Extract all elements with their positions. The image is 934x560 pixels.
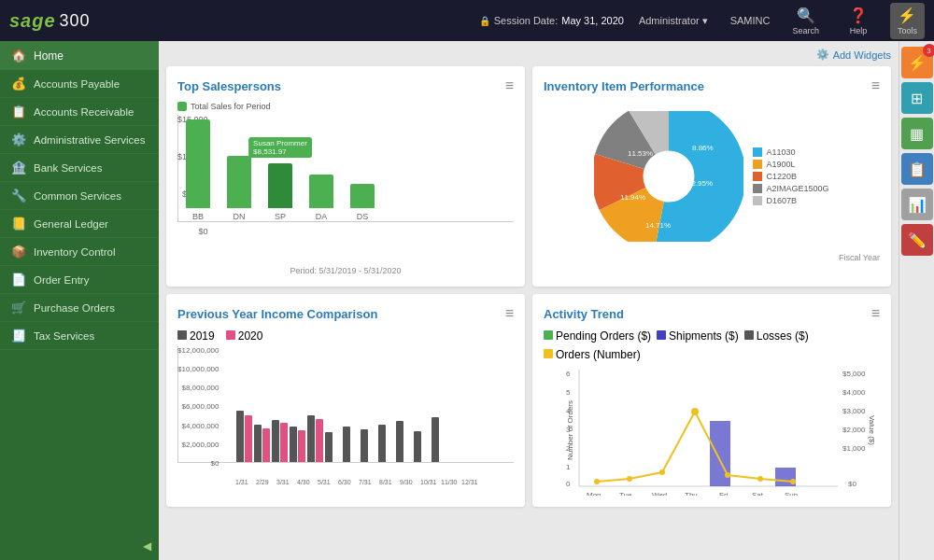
bar-DA-fill[interactable] [309,175,333,208]
income-legend: 2019 2020 [177,329,514,343]
lightning-icon: ⚡ [908,54,927,72]
widget-title-salespersons: Top Salespersons [177,79,281,93]
tools-button[interactable]: ⚡ Tools [890,3,925,39]
svg-text:$1,000: $1,000 [842,444,866,453]
app-header: sage 300 🔒 Session Date: May 31, 2020 Ad… [0,0,934,41]
salespersons-legend: Total Sales for Period [177,102,514,111]
sidebar-item-accounts-receivable[interactable]: 📋 Accounts Receivable [0,98,159,126]
bar-SP-fill[interactable] [268,163,292,208]
tool-button-4[interactable]: 📋 [901,153,933,185]
user-menu[interactable]: Administrator ▾ [639,15,708,27]
svg-text:11.94%: 11.94% [620,193,645,202]
widget-activity-trend: Activity Trend ≡ Pending Orders ($) Ship… [532,294,891,507]
widget-title-inventory: Inventory Item Performance [544,79,704,93]
bar-SP: Susan Prommer$8,531.97 SP [268,163,292,221]
add-widgets-bar: ⚙️ Add Widgets [166,49,891,61]
income-x-labels: 1/31 2/29 3/31 4/30 5/31 6/30 7/31 8/31 … [177,479,514,485]
legend-item-A1900L: A1900L [753,160,828,169]
main-layout: 🏠 Home 💰 Accounts Payable 📋 Accounts Rec… [0,41,934,560]
sidebar-item-bank-services[interactable]: 🏦 Bank Services [0,154,159,182]
svg-text:52.95%: 52.95% [687,179,713,188]
bar-DS: DS [350,184,375,221]
pie-chart: 8.86% 11.53% 11.94% 14.71% 52.95% [594,111,743,242]
legend-item-A2IMAGE: A2IMAGE1500G [753,184,828,193]
svg-text:11.53%: 11.53% [628,149,653,158]
activity-y-right-label: Value ($) [869,415,877,445]
sidebar-item-order-entry[interactable]: 📄 Order Entry [0,266,159,294]
bar-tooltip-SP: Susan Prommer$8,531.97 [248,137,312,158]
accounts-receivable-icon: 📋 [11,105,26,119]
widget-menu-inventory[interactable]: ≡ [871,77,880,94]
svg-point-28 [627,476,632,482]
gear-icon: ⚙️ [816,49,829,61]
copy-icon: ⊞ [911,90,923,107]
help-button[interactable]: ❓ Help [842,3,875,39]
tool-button-5[interactable]: 📊 [901,189,933,220]
pie-svg: 8.86% 11.53% 11.94% 14.71% 52.95% [594,111,743,242]
tool-button-1[interactable]: ⚡ 3 [901,47,933,78]
activity-legend: Pending Orders ($) Shipments ($) Losses … [544,329,880,361]
order-entry-icon: 📄 [11,273,26,287]
sidebar-item-administrative-services[interactable]: ⚙️ Administrative Services [0,126,159,154]
dashboard-content: ⚙️ Add Widgets Top Salespersons ≡ Total [159,41,899,560]
add-widgets-button[interactable]: ⚙️ Add Widgets [816,49,891,61]
home-icon: 🏠 [11,49,26,63]
legend-item-C1220B: C1220B [753,172,828,181]
pie-subtitle: Fiscal Year [544,253,880,262]
sidebar-item-home[interactable]: 🏠 Home [0,41,159,70]
common-services-icon: 🔧 [11,189,26,203]
svg-text:Fri: Fri [719,491,729,496]
bar-DN-fill[interactable] [227,156,251,208]
sidebar-item-inventory-control[interactable]: 📦 Inventory Control [0,238,159,266]
income-chart: $12,000,000 $10,000,000 $8,000,000 $6,00… [177,346,514,477]
tool-button-6[interactable]: ✏️ [901,224,933,256]
svg-text:0: 0 [566,480,571,488]
doc-icon: 📋 [908,161,927,178]
activity-y-left-label: Number of Orders [566,400,574,460]
widget-menu-income[interactable]: ≡ [505,305,514,322]
bar-DS-fill[interactable] [350,184,375,208]
bar-BB: BB [186,119,210,221]
sidebar-item-common-services[interactable]: 🔧 Common Services [0,182,159,210]
widget-header-income: Previous Year Income Comparison ≡ [177,305,514,322]
svg-text:14.71%: 14.71% [645,221,671,230]
sidebar-item-tax-services[interactable]: 🧾 Tax Services [0,322,159,350]
widget-title-income: Previous Year Income Comparison [177,307,377,321]
tools-icon: ⚡ [898,7,916,24]
sidebar-collapse-button[interactable]: ◀ [0,532,159,560]
sidebar-item-general-ledger[interactable]: 📒 General Ledger [0,210,159,238]
sidebar-item-purchase-orders[interactable]: 🛒 Purchase Orders [0,294,159,322]
svg-text:$4,000: $4,000 [842,388,866,397]
legend-item-A11030: A11030 [753,147,828,157]
session-info: 🔒 Session Date: May 31, 2020 [479,15,624,26]
widget-title-activity: Activity Trend [544,307,624,321]
svg-text:$3,000: $3,000 [842,407,866,415]
widget-income-comparison: Previous Year Income Comparison ≡ 2019 2… [166,294,525,507]
tool-button-3[interactable]: ▦ [901,118,933,149]
administrative-services-icon: ⚙️ [11,133,26,147]
legend-item-D1607B: D1607B [753,196,828,205]
pie-chart-container: 8.86% 11.53% 11.94% 14.71% 52.95% [544,102,880,251]
tool-button-2[interactable]: ⊞ [901,82,933,114]
widget-menu-salespersons[interactable]: ≡ [505,77,514,94]
svg-text:$0: $0 [848,480,856,488]
bar-DA: DA [309,175,333,221]
chart-icon: 📊 [908,196,927,214]
notification-badge: 3 [923,44,935,57]
widgets-grid: Top Salespersons ≡ Total Sales for Perio… [166,66,891,507]
widget-header-activity: Activity Trend ≡ [544,305,880,322]
edit-icon: ✏️ [908,231,927,249]
svg-text:Tue: Tue [619,491,632,496]
widget-menu-activity[interactable]: ≡ [871,305,880,322]
svg-text:$5,000: $5,000 [842,370,866,378]
svg-text:Sun: Sun [785,491,798,496]
widget-header-inventory: Inventory Item Performance ≡ [544,77,880,94]
sidebar-item-accounts-payable[interactable]: 💰 Accounts Payable [0,70,159,98]
lock-icon: 🔒 [479,16,490,26]
widget-header-salespersons: Top Salespersons ≡ [177,77,514,94]
grid-icon: ▦ [910,125,924,143]
bank-services-icon: 🏦 [11,161,26,175]
bar-BB-fill[interactable] [186,119,210,208]
search-button[interactable]: 🔍 Search [785,3,827,39]
inventory-control-icon: 📦 [11,245,26,259]
